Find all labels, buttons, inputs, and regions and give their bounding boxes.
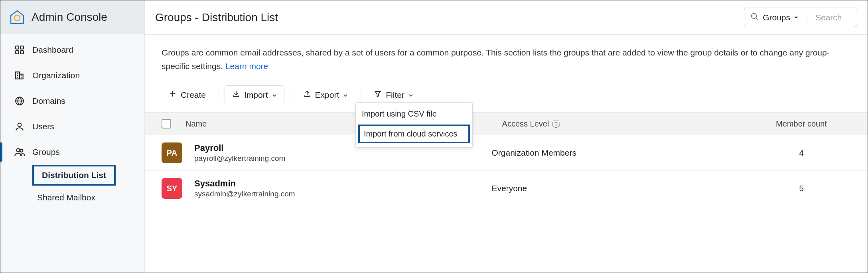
dashboard-icon — [14, 44, 25, 55]
sidebar-item-groups[interactable]: Groups — [0, 139, 144, 165]
column-header-access-label: Access Level — [502, 119, 549, 129]
sidebar-item-users[interactable]: Users — [0, 114, 144, 139]
groups-icon — [14, 146, 25, 158]
sidebar-item-label: Groups — [32, 147, 60, 157]
select-all-checkbox[interactable] — [162, 119, 171, 129]
svg-point-0 — [14, 15, 20, 21]
divider — [219, 89, 219, 101]
filter-label: Filter — [386, 90, 404, 100]
filter-icon — [374, 90, 382, 100]
subnav-item-distribution-list[interactable]: Distribution List — [32, 165, 116, 186]
learn-more-link[interactable]: Learn more — [225, 61, 268, 71]
create-button[interactable]: Create — [162, 86, 213, 104]
create-label: Create — [181, 90, 206, 100]
toolbar: Create Import Export — [145, 77, 868, 112]
divider — [290, 89, 290, 101]
sidebar-item-label: Domains — [32, 96, 65, 106]
svg-point-17 — [20, 149, 23, 152]
import-icon — [232, 90, 240, 100]
table-header: Name Access Level ? Member count — [145, 112, 868, 135]
member-count: 4 — [746, 148, 857, 158]
import-cloud-option[interactable]: Import from cloud services — [358, 125, 470, 143]
export-icon — [303, 90, 311, 100]
access-level: Everyone — [491, 184, 746, 193]
subnav-item-label: Shared Mailbox — [37, 193, 95, 202]
app-logo-icon — [9, 9, 25, 25]
avatar: SY — [162, 178, 182, 199]
chevron-down-icon — [408, 90, 413, 100]
caret-down-icon — [793, 13, 799, 22]
column-header-members[interactable]: Member count — [746, 119, 857, 129]
chevron-down-icon — [343, 90, 348, 100]
group-name: Payroll — [194, 143, 285, 153]
search-box: Groups — [744, 8, 857, 27]
page-title: Groups - Distribution List — [155, 11, 278, 24]
table-row[interactable]: SY Sysadmin sysadmin@zylkertraining.com … — [145, 171, 868, 206]
search-input[interactable] — [815, 13, 851, 22]
search-icon — [750, 12, 759, 23]
sidebar-header: Admin Console — [0, 0, 144, 34]
users-icon — [14, 121, 25, 132]
export-label: Export — [315, 90, 339, 100]
plus-icon — [169, 90, 177, 100]
column-header-access[interactable]: Access Level ? — [502, 119, 746, 129]
access-level: Organization Members — [491, 148, 746, 158]
subnav-item-shared-mailbox[interactable]: Shared Mailbox — [32, 188, 100, 207]
svg-line-19 — [756, 18, 758, 20]
sidebar-subnav: Distribution List Shared Mailbox — [0, 165, 144, 210]
svg-rect-1 — [16, 46, 19, 49]
svg-rect-6 — [20, 74, 23, 79]
group-name: Sysadmin — [194, 178, 295, 189]
svg-rect-4 — [20, 51, 24, 54]
svg-rect-2 — [20, 46, 24, 49]
search-scope-selector[interactable]: Groups — [763, 13, 799, 22]
divider — [807, 12, 807, 23]
export-button[interactable]: Export — [296, 86, 355, 104]
search-scope-label: Groups — [763, 13, 790, 22]
sidebar-item-label: Dashboard — [32, 45, 73, 55]
sidebar-item-label: Users — [32, 122, 54, 131]
group-email: payroll@zylkertraining.com — [194, 154, 285, 163]
group-email: sysadmin@zylkertraining.com — [194, 190, 295, 198]
sidebar-item-domains[interactable]: Domains — [0, 88, 144, 114]
sidebar-item-dashboard[interactable]: Dashboard — [0, 37, 144, 63]
svg-point-18 — [752, 14, 757, 19]
sidebar: Admin Console Dashboard Organization Dom… — [0, 0, 145, 273]
import-csv-option[interactable]: Import using CSV file — [356, 105, 472, 123]
sidebar-item-organization[interactable]: Organization — [0, 63, 144, 88]
divider — [361, 89, 361, 101]
avatar: PA — [162, 142, 182, 163]
member-count: 5 — [746, 184, 857, 193]
sidebar-item-label: Organization — [32, 71, 80, 80]
svg-point-15 — [18, 123, 22, 127]
table-row[interactable]: PA Payroll payroll@zylkertraining.com Or… — [145, 135, 868, 171]
import-button[interactable]: Import — [225, 85, 284, 104]
main-content: Groups - Distribution List Groups Groups… — [145, 0, 868, 273]
filter-button[interactable]: Filter — [367, 86, 420, 104]
organization-icon — [14, 70, 25, 81]
import-label: Import — [244, 90, 268, 100]
topbar: Groups - Distribution List Groups — [145, 0, 868, 35]
help-icon[interactable]: ? — [552, 120, 560, 128]
import-dropdown: Import using CSV file Import from cloud … — [355, 102, 473, 148]
sidebar-nav: Dashboard Organization Domains Users — [0, 34, 144, 165]
subnav-item-label: Distribution List — [42, 170, 106, 180]
app-title: Admin Console — [32, 11, 107, 24]
chevron-down-icon — [272, 90, 277, 100]
domains-icon — [14, 95, 25, 107]
svg-point-16 — [16, 148, 20, 152]
page-description: Groups are common email addresses, share… — [145, 35, 868, 77]
svg-rect-3 — [16, 51, 19, 54]
